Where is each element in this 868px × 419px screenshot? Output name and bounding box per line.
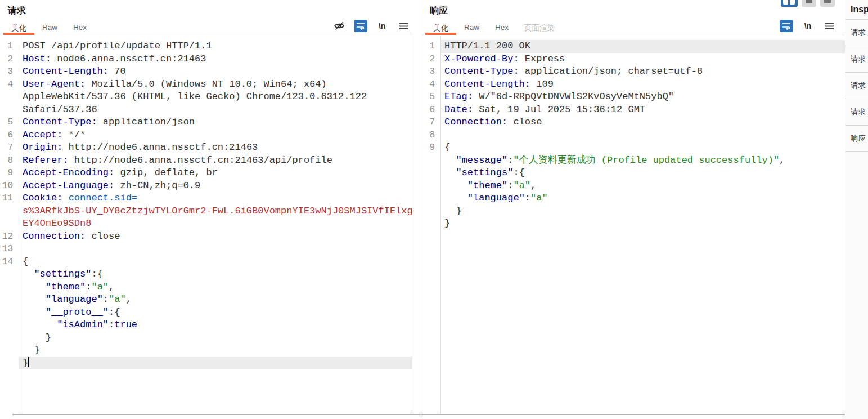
tabs-layout-button[interactable]: [820, 0, 835, 7]
editor-line[interactable]: 7Connection: close: [422, 116, 845, 129]
code-text: }: [19, 332, 412, 345]
word-wrap-toggle-button[interactable]: [354, 20, 367, 32]
line-number: 1: [0, 40, 19, 53]
editor-line[interactable]: 5ETag: W/"6d-RRpQVtDNVWlS2KvOsyVeMtN5ybQ…: [422, 91, 845, 104]
code-text: Accept-Language: zh-CN,zh;q=0.9: [19, 180, 412, 193]
editor-line[interactable]: 3Content-Type: application/json; charset…: [422, 65, 845, 78]
response-tab-pretty[interactable]: 美化: [425, 20, 456, 35]
editor-line[interactable]: "settings":{: [422, 167, 845, 180]
editor-line[interactable]: 12Connection: close: [0, 230, 412, 243]
editor-line[interactable]: "settings":{: [0, 268, 412, 281]
line-number: 7: [422, 116, 440, 129]
editor-line[interactable]: "language":"a": [422, 192, 845, 205]
horizontal-scrollbar-track[interactable]: [12, 414, 845, 415]
editor-line[interactable]: "language":"a",: [0, 293, 412, 306]
editor-line[interactable]: "theme":"a",: [0, 281, 412, 294]
editor-line[interactable]: "message":"个人资料更新成功 (Profile updated suc…: [422, 154, 845, 167]
editor-line[interactable]: Safari/537.36: [0, 104, 412, 117]
editor-line[interactable]: }: [0, 357, 412, 370]
editor-line[interactable]: 4Content-Length: 109: [422, 78, 845, 91]
newline-icon: \n: [804, 21, 811, 30]
show-newlines-button[interactable]: \n: [801, 20, 815, 32]
line-number: [422, 180, 440, 193]
editor-line[interactable]: 1POST /api/profile/update HTTP/1.1: [0, 40, 412, 53]
columns-layout-icon: [790, 0, 795, 5]
show-newlines-button[interactable]: \n: [375, 20, 389, 32]
editor-line[interactable]: }: [0, 344, 412, 357]
inspector-item[interactable]: 请求: [845, 46, 868, 73]
newline-icon: \n: [379, 21, 385, 30]
editor-line[interactable]: 10Accept-Language: zh-CN,zh;q=0.9: [0, 180, 412, 193]
word-wrap-icon: [782, 22, 791, 30]
editor-line[interactable]: 9Accept-Encoding: gzip, deflate, br: [0, 167, 412, 180]
rows-layout-button[interactable]: [802, 0, 816, 7]
editor-line[interactable]: 9{: [422, 141, 845, 154]
request-tab-pretty[interactable]: 美化: [3, 20, 34, 35]
editor-line[interactable]: 8Referer: http://node6.anna.nssctf.cn:21…: [0, 154, 412, 167]
code-text: {: [440, 141, 845, 154]
editor-line[interactable]: "isAdmin":true: [0, 319, 412, 332]
code-text: EY4OnEo9SDn8: [19, 217, 412, 230]
editor-line[interactable]: 2X-Powered-By: Express: [422, 53, 845, 66]
editor-line[interactable]: 5Content-Type: application/json: [0, 116, 412, 129]
inspector-item[interactable]: 请求: [845, 20, 868, 46]
word-wrap-toggle-button[interactable]: [780, 20, 793, 32]
rows-layout-icon: [806, 0, 812, 3]
editor-line[interactable]: 14{: [0, 256, 412, 269]
editor-line[interactable]: 6Date: Sat, 19 Jul 2025 15:36:12 GMT: [422, 104, 845, 117]
response-editor[interactable]: 1HTTP/1.1 200 OK2X-Powered-By: Express3C…: [422, 36, 845, 414]
response-panel: 响应 美化 Raw Hex 页面渲染 \n: [422, 0, 845, 419]
line-number: [422, 192, 440, 205]
editor-line[interactable]: 6Accept: */*: [0, 129, 412, 142]
request-editor[interactable]: 1POST /api/profile/update HTTP/1.12Host:…: [0, 36, 412, 414]
editor-line[interactable]: 7Origin: http://node6.anna.nssctf.cn:214…: [0, 141, 412, 154]
editor-line[interactable]: "theme":"a",: [422, 180, 845, 193]
code-text: }: [19, 344, 412, 357]
editor-line[interactable]: EY4OnEo9SDn8: [0, 217, 412, 230]
editor-line[interactable]: s%3ARfkJbS-UY_DY8cZtzjwTYLOrGmr2-FwL.6iG…: [0, 205, 412, 218]
request-tab-hex[interactable]: Hex: [65, 20, 95, 35]
eye-off-icon: [333, 20, 345, 32]
line-number: 6: [422, 104, 440, 117]
editor-line[interactable]: }: [422, 217, 845, 230]
editor-line[interactable]: 2Host: node6.anna.nssctf.cn:21463: [0, 53, 412, 66]
editor-line[interactable]: "__proto__":{: [0, 306, 412, 319]
response-tab-hex[interactable]: Hex: [487, 20, 516, 35]
line-number: [0, 293, 19, 306]
editor-line[interactable]: 4User-Agent: Mozilla/5.0 (Windows NT 10.…: [0, 78, 412, 91]
response-tab-render[interactable]: 页面渲染: [516, 20, 563, 35]
editor-line[interactable]: 1HTTP/1.1 200 OK: [422, 40, 845, 53]
code-text: ETag: W/"6d-RRpQVtDNVWlS2KvOsyVeMtN5ybQ": [440, 91, 845, 104]
code-text: X-Powered-By: Express: [440, 53, 845, 66]
editor-line[interactable]: 13: [0, 243, 412, 256]
inspector-item[interactable]: 请求: [845, 99, 868, 126]
panel-divider[interactable]: [421, 0, 421, 419]
editor-line[interactable]: }: [422, 205, 845, 218]
code-text: [19, 243, 412, 256]
code-text: "message":"个人资料更新成功 (Profile updated suc…: [440, 154, 845, 167]
line-number: [0, 319, 19, 332]
code-text: Content-Type: application/json: [19, 116, 412, 129]
code-text: Accept: */*: [19, 129, 412, 142]
request-editor-menu-button[interactable]: [397, 20, 410, 32]
hide-highlighting-button[interactable]: [332, 20, 346, 32]
inspector-item[interactable]: 请求: [845, 73, 868, 99]
editor-line[interactable]: 11Cookie: connect.sid=: [0, 192, 412, 205]
inspector-item[interactable]: 响应: [845, 126, 868, 152]
response-tab-raw[interactable]: Raw: [456, 20, 487, 35]
tabs-layout-icon: [824, 0, 831, 3]
text-cursor: [28, 357, 29, 367]
editor-line[interactable]: 3Content-Length: 70: [0, 65, 412, 78]
line-number: 9: [422, 141, 440, 154]
line-number: 9: [0, 167, 19, 180]
line-number: 5: [0, 116, 19, 129]
line-number: 10: [0, 180, 19, 193]
editor-line[interactable]: 8: [422, 129, 845, 142]
request-tab-raw[interactable]: Raw: [34, 20, 65, 35]
editor-line[interactable]: AppleWebKit/537.36 (KHTML, like Gecko) C…: [0, 91, 412, 104]
response-editor-menu-button[interactable]: [822, 20, 836, 32]
editor-line[interactable]: }: [0, 332, 412, 345]
line-number: 3: [422, 65, 440, 78]
columns-layout-button[interactable]: [781, 0, 798, 7]
inspector-title: Insp: [845, 0, 868, 20]
